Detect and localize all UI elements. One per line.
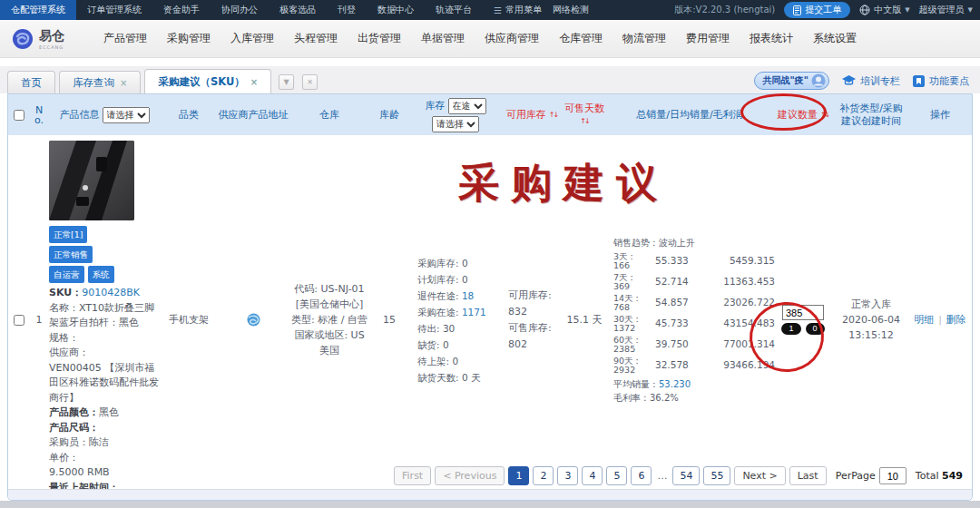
delete-link[interactable]: 删除 — [946, 314, 966, 326]
tab-list-dropdown-button[interactable]: ▼ — [279, 74, 294, 90]
menu-expense[interactable]: 费用管理 — [686, 31, 730, 46]
campaign-banner[interactable]: 共同战"疫" — [754, 72, 829, 90]
avg-sales-value[interactable]: 53.230 — [659, 379, 691, 389]
pagination: First < Previous 1 2 3 4 5 6 … 54 55 Nex… — [394, 466, 963, 485]
page-last-button[interactable]: Last — [789, 466, 827, 485]
close-icon[interactable]: × — [250, 77, 258, 87]
page-number-3[interactable]: 3 — [557, 466, 578, 485]
warehouse-cell: 代码: US-NJ-01 [美国仓储中心] 类型: 标准 / 自营 国家或地区:… — [289, 135, 369, 501]
row-checkbox[interactable] — [14, 315, 24, 326]
suggest-btn-1[interactable]: 1 — [781, 323, 800, 335]
header-action: 操作 — [908, 94, 972, 135]
system-tab-office[interactable]: 协同办公 — [211, 0, 269, 20]
page-next-button[interactable]: Next > — [734, 466, 785, 485]
stock-line-label: 采购在途: — [417, 307, 459, 318]
product-filter-select[interactable]: 请选择 — [103, 107, 150, 123]
menu-product[interactable]: 产品管理 — [103, 31, 147, 46]
common-menu-button[interactable]: ☰ 常用菜单 — [483, 0, 553, 20]
training-column-link[interactable]: 培训专栏 — [842, 74, 900, 88]
action-separator: | — [938, 314, 942, 326]
system-tab-orders[interactable]: 订单管理系统 — [76, 0, 152, 20]
user-label: 超级管理员 — [919, 4, 965, 16]
top-system-bar: 仓配管理系统 订单管理系统 资金助手 协同办公 极客选品 刊登 数据中心 轨迹平… — [0, 0, 980, 20]
page-prev-button[interactable]: < Previous — [435, 466, 505, 485]
stock-line-value: 0 — [452, 356, 458, 366]
app-logo[interactable]: 易仓 ECCANG — [0, 27, 91, 51]
product-image[interactable] — [49, 141, 134, 220]
network-check-button[interactable]: 网络检测 — [553, 0, 600, 20]
user-menu[interactable]: 超级管理员 ▼ — [919, 4, 973, 16]
name-label: 名称： — [49, 302, 79, 314]
menu-reports[interactable]: 报表统计 — [750, 31, 793, 46]
sort-icon[interactable]: ↑↓ — [549, 109, 557, 122]
supplier-link-globe-icon[interactable] — [246, 312, 261, 327]
menu-purchase[interactable]: 采购管理 — [167, 31, 211, 46]
per-page-input[interactable] — [879, 467, 906, 484]
stock-line-label: 采购库存: — [417, 258, 459, 269]
topbar-right: 版本:V2.20.3 (hengtai) 提交工单 中文版 ▼ 超级管理员 ▼ — [674, 2, 980, 18]
sort-icon[interactable]: ↑↓ — [820, 109, 828, 122]
sort-icon[interactable]: ↑↓ — [580, 115, 588, 128]
page-number-5[interactable]: 5 — [606, 466, 627, 485]
tab-purchase-suggestion[interactable]: 采购建议（SKU） × — [144, 69, 271, 93]
page-number-4[interactable]: 4 — [582, 466, 603, 485]
stock-line-value: 30 — [443, 323, 455, 334]
feature-highlights-link[interactable]: 功能要点 — [913, 74, 969, 88]
stock-line-label: 退件在途: — [417, 290, 459, 301]
status-badge: 系统 — [88, 266, 114, 283]
main-menu: 产品管理 采购管理 入库管理 头程管理 出货管理 单据管理 供应商管理 仓库管理… — [103, 31, 857, 46]
available-stock-cell: 可用库存: 832 可售库存: 802 — [502, 135, 562, 501]
menu-outbound[interactable]: 出货管理 — [358, 31, 401, 46]
close-icon[interactable]: × — [120, 78, 127, 88]
purchase-suggestion-panel: No. 产品信息 请选择 品类 供应商产品地址 仓库 库龄 库存 在途 请选择 … — [7, 93, 973, 501]
system-tab-picking[interactable]: 极客选品 — [269, 0, 327, 20]
stock-line-value: 0 天 — [462, 372, 481, 383]
system-tab-tracking[interactable]: 轨迹平台 — [425, 0, 483, 20]
tab-inventory-query[interactable]: 库存查询 × — [59, 71, 141, 93]
header-product: 产品信息 请选择 — [48, 94, 161, 135]
sales-row-3d: 3天：166 55.333 5459.315 — [613, 252, 771, 270]
row-select-cell — [8, 135, 30, 501]
system-tab-datacenter[interactable]: 数据中心 — [367, 0, 425, 20]
page-number-2[interactable]: 2 — [533, 466, 554, 485]
training-label: 培训专栏 — [860, 74, 900, 88]
menu-documents[interactable]: 单据管理 — [421, 31, 465, 46]
page-number-6[interactable]: 6 — [631, 466, 652, 485]
language-selector[interactable]: 中文版 ▼ — [859, 4, 909, 16]
menu-supplier[interactable]: 供应商管理 — [485, 31, 539, 46]
page-first-button[interactable]: First — [394, 466, 431, 485]
select-all-checkbox[interactable] — [14, 110, 24, 121]
stock-line-value: 0 — [462, 274, 468, 285]
replenish-date: 2020-06-04 — [842, 312, 900, 327]
suggest-qty-input[interactable] — [782, 305, 824, 320]
menu-inbound[interactable]: 入库管理 — [230, 31, 274, 46]
returns-in-transit-link[interactable]: 18 — [462, 290, 474, 301]
menu-logistics[interactable]: 物流管理 — [622, 31, 666, 46]
page-number-55[interactable]: 55 — [703, 466, 730, 485]
replenish-type: 正常入库 — [851, 297, 891, 312]
tab-home[interactable]: 首页 — [7, 71, 55, 93]
page-number-54[interactable]: 54 — [672, 466, 700, 485]
purchase-in-transit-link[interactable]: 1171 — [462, 307, 486, 318]
sku-link[interactable]: 9010428BK — [82, 287, 140, 298]
menu-settings[interactable]: 系统设置 — [813, 31, 857, 46]
margin-label: 毛利率： — [613, 393, 650, 403]
page-number-1[interactable]: 1 — [508, 466, 529, 485]
system-tab-listing[interactable]: 刊登 — [327, 0, 367, 20]
detail-link[interactable]: 明细 — [914, 314, 934, 326]
logo-subtext: ECCANG — [39, 44, 64, 50]
stock-type-select[interactable]: 请选择 — [432, 116, 479, 132]
header-warehouse: 仓库 — [289, 94, 369, 135]
tab-home-label: 首页 — [21, 76, 42, 90]
suggest-btn-0[interactable]: 0 — [806, 323, 825, 335]
menu-warehouse[interactable]: 仓库管理 — [559, 31, 603, 46]
system-tab-funds[interactable]: 资金助手 — [152, 0, 211, 20]
tab-close-all-button[interactable]: ✕ — [302, 74, 318, 90]
menu-firstleg[interactable]: 头程管理 — [294, 31, 338, 46]
app-window: 仓配管理系统 订单管理系统 资金助手 协同办公 极客选品 刊登 数据中心 轨迹平… — [0, 0, 980, 508]
submit-ticket-button[interactable]: 提交工单 — [784, 2, 850, 18]
stock-transit-select[interactable]: 在途 — [448, 98, 486, 114]
system-tab-warehouse[interactable]: 仓配管理系统 — [0, 0, 76, 20]
stock-cell: 采购库存: 0 计划库存: 0 退件在途: 18 采购在途: 1171 待出: … — [409, 135, 502, 501]
sku-label: SKU： — [49, 287, 82, 298]
